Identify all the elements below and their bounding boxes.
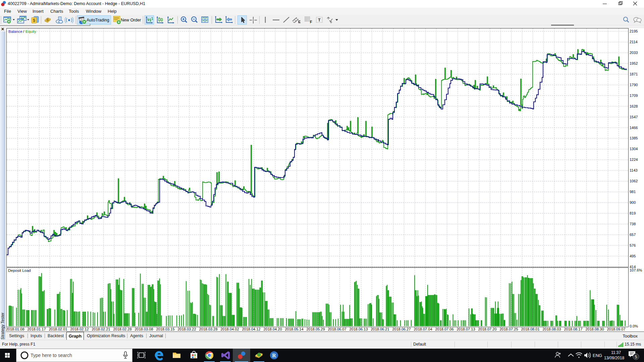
svg-text:Deposit Load: Deposit Load [8,268,31,273]
svg-text:E: E [298,20,301,24]
svg-text:5: 5 [635,354,637,359]
svg-text:1: 1 [151,17,153,20]
svg-text:5: 5 [47,18,48,21]
svg-text:$: $ [33,18,36,23]
svg-text:Balance: Balance [8,29,22,34]
svg-text:T: T [318,17,321,22]
svg-text:F: F [310,20,312,24]
svg-text:Equity: Equity [25,29,36,34]
svg-text:Strategy Tester: Strategy Tester [0,313,5,340]
svg-text:R: R [272,353,276,358]
